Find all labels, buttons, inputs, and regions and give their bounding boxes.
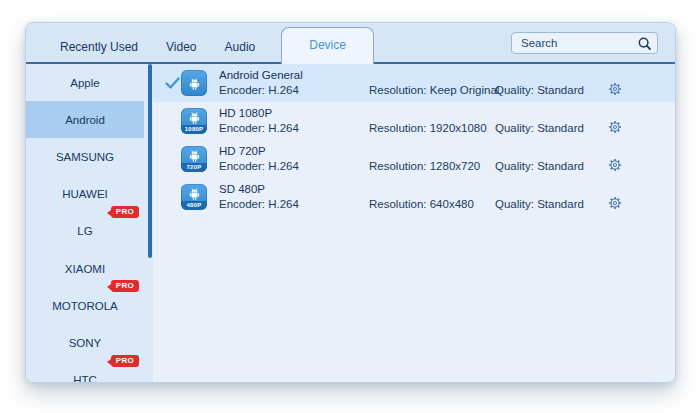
android-robot-icon	[187, 76, 202, 91]
preset-title: HD 1080P	[219, 106, 369, 121]
preset-quality: Quality: Standard	[495, 197, 599, 212]
android-device-icon: 480P	[181, 184, 207, 210]
sidebar-item-label: LG	[77, 225, 92, 237]
settings-gear-button[interactable]	[607, 195, 623, 215]
tab-audio[interactable]: Audio	[211, 40, 270, 62]
sidebar-item-lg[interactable]: LG PRO	[26, 213, 144, 250]
search-box[interactable]	[511, 32, 658, 54]
gear-icon	[607, 195, 623, 211]
content-area: Apple Android SAMSUNG HUAWEI LG PRO XIAO…	[26, 64, 675, 382]
sidebar-item-android[interactable]: Android	[26, 101, 144, 138]
preset-list: Android General Encoder: H.264 Resolutio…	[153, 64, 675, 382]
android-robot-icon	[187, 186, 202, 201]
pro-badge: PRO	[111, 206, 139, 218]
preset-quality: Quality: Standard	[495, 83, 599, 98]
preset-resolution: Resolution: 1920x1080	[369, 121, 495, 136]
preset-resolution: Resolution: 1280x720	[369, 159, 495, 174]
pro-badge: PRO	[111, 355, 139, 367]
android-device-icon: 720P	[181, 146, 207, 172]
sidebar-item-motorola[interactable]: MOTOROLA PRO	[26, 287, 144, 324]
tab-recently-used[interactable]: Recently Used	[46, 40, 152, 62]
sidebar-item-label: MOTOROLA	[52, 300, 118, 312]
search-input[interactable]	[512, 33, 657, 53]
tab-device[interactable]: Device	[281, 27, 374, 64]
pro-badge: PRO	[111, 280, 139, 292]
android-device-icon: 1080P	[181, 108, 207, 134]
settings-gear-button[interactable]	[607, 119, 623, 139]
preset-row-hd-720p[interactable]: 720P HD 720P Encoder: H.264 Resolution: …	[153, 140, 675, 178]
sidebar-item-samsung[interactable]: SAMSUNG	[26, 138, 144, 175]
preset-row-android-general[interactable]: Android General Encoder: H.264 Resolutio…	[153, 64, 675, 102]
preset-encoder: Encoder: H.264	[219, 121, 369, 136]
sidebar-item-label: SAMSUNG	[56, 151, 114, 163]
preset-encoder: Encoder: H.264	[219, 83, 369, 98]
preset-resolution: Resolution: 640x480	[369, 197, 495, 212]
preset-quality: Quality: Standard	[495, 159, 599, 174]
sidebar-item-label: Android	[65, 114, 105, 126]
preset-resolution: Resolution: Keep Original	[369, 83, 495, 98]
icon-resolution-label: 720P	[181, 163, 207, 172]
sidebar-item-label: Apple	[70, 77, 99, 89]
preset-encoder: Encoder: H.264	[219, 197, 369, 212]
preset-title: Android General	[219, 68, 369, 83]
app-window: Recently UsedVideoAudioDevice Apple Andr…	[25, 22, 676, 383]
preset-quality: Quality: Standard	[495, 121, 599, 136]
format-tabs-bar: Recently UsedVideoAudioDevice	[26, 23, 675, 64]
sidebar-item-label: XIAOMI	[65, 263, 105, 275]
gear-icon	[607, 119, 623, 135]
sidebar-item-htc[interactable]: HTC PRO	[26, 362, 144, 383]
sidebar-scrollbar[interactable]	[148, 64, 152, 258]
icon-resolution-label: 1080P	[181, 125, 207, 134]
search-icon[interactable]	[637, 36, 652, 51]
settings-gear-button[interactable]	[607, 81, 623, 101]
tab-video[interactable]: Video	[152, 40, 210, 62]
selected-check	[153, 75, 181, 93]
sidebar-item-label: HUAWEI	[62, 188, 108, 200]
icon-resolution-label: 480P	[181, 201, 207, 210]
preset-row-hd-1080p[interactable]: 1080P HD 1080P Encoder: H.264 Resolution…	[153, 102, 675, 140]
desktop: Recently UsedVideoAudioDevice Apple Andr…	[0, 0, 700, 413]
sidebar-item-apple[interactable]: Apple	[26, 64, 144, 101]
sidebar-item-label: SONY	[69, 337, 102, 349]
settings-gear-button[interactable]	[607, 157, 623, 177]
sidebar-item-label: HTC	[73, 374, 97, 382]
brand-sidebar: Apple Android SAMSUNG HUAWEI LG PRO XIAO…	[26, 64, 153, 382]
preset-row-sd-480p[interactable]: 480P SD 480P Encoder: H.264 Resolution: …	[153, 178, 675, 216]
checkmark-icon	[165, 77, 180, 89]
gear-icon	[607, 81, 623, 97]
android-device-icon	[181, 70, 207, 96]
preset-title: HD 720P	[219, 144, 369, 159]
android-robot-icon	[187, 110, 202, 125]
android-robot-icon	[187, 148, 202, 163]
preset-encoder: Encoder: H.264	[219, 159, 369, 174]
gear-icon	[607, 157, 623, 173]
preset-title: SD 480P	[219, 182, 369, 197]
